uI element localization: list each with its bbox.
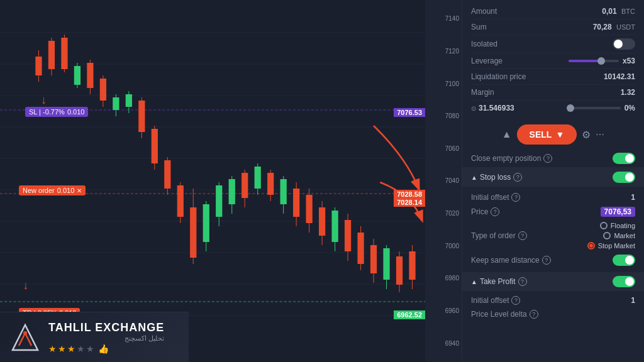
star-2: ★ — [58, 344, 66, 354]
price-tag-6962: 6962.52 — [394, 310, 425, 319]
tp-initial-offset-value: 1 — [631, 296, 635, 305]
sl-value: 0.010 — [67, 108, 85, 116]
svg-rect-52 — [280, 179, 287, 204]
take-profit-toggle[interactable] — [613, 276, 635, 287]
sl-label: SL | -0.77% 0.010 — [25, 107, 88, 117]
stop-loss-header: ▲ Stop loss ? — [462, 168, 644, 187]
svg-rect-42 — [216, 185, 222, 217]
quantity-row: ⊙ 31.546933 0% — [471, 101, 635, 116]
type-order-help[interactable]: ? — [518, 231, 527, 240]
price-7100: 7100 — [428, 80, 459, 87]
sum-row: Sum 70,28 USDT — [471, 19, 635, 35]
svg-rect-72 — [409, 251, 415, 280]
svg-rect-34 — [164, 160, 170, 189]
svg-text:↓: ↓ — [23, 279, 28, 292]
radio-market[interactable]: Market — [603, 232, 635, 239]
svg-rect-62 — [345, 220, 351, 251]
svg-rect-24 — [100, 79, 106, 101]
take-profit-help[interactable]: ? — [518, 277, 527, 286]
radio-stop-market[interactable]: Stop Market — [587, 242, 635, 250]
price-6960: 6960 — [428, 307, 459, 314]
dots-icon: ⋯ — [596, 129, 604, 140]
svg-rect-68 — [383, 248, 389, 280]
right-panel: Amount 0,01 BTC Sum 70,28 USDT Isolated … — [462, 0, 644, 362]
svg-rect-16 — [48, 41, 55, 69]
svg-rect-64 — [357, 233, 364, 264]
close-icon[interactable]: ✕ — [77, 187, 82, 194]
amount-label: Amount — [471, 7, 497, 16]
tp-price-help[interactable]: ? — [530, 310, 538, 319]
sell-button[interactable]: SELL ▼ — [517, 124, 577, 145]
currency-icon: ⊙ — [471, 105, 476, 112]
stop-loss-toggle[interactable] — [613, 172, 635, 183]
svg-rect-44 — [229, 179, 235, 204]
radio-floating-circle[interactable] — [600, 222, 608, 229]
take-profit-content: Initial offset ? 1 Price Level delta ? — [462, 291, 644, 324]
chevron-up-btn[interactable]: ▲ — [502, 129, 512, 140]
type-order-options: Floating Market Stop Market — [587, 222, 635, 250]
star-5: ★ — [86, 344, 94, 354]
radio-market-label: Market — [614, 232, 635, 239]
sum-value: 70,28 — [593, 23, 612, 31]
svg-rect-54 — [293, 189, 299, 217]
sl-price-help[interactable]: ? — [491, 207, 499, 216]
radio-stop-market-circle[interactable] — [587, 242, 595, 250]
isolated-toggle[interactable] — [613, 38, 635, 50]
svg-rect-38 — [190, 207, 196, 258]
logo-name: TAHLIL EXCHANGE — [48, 321, 164, 334]
amount-row: Amount 0,01 BTC — [471, 4, 635, 19]
star-4: ★ — [77, 344, 85, 354]
keep-distance-toggle[interactable] — [613, 255, 635, 266]
initial-offset-value: 1 — [631, 193, 635, 202]
radio-market-circle[interactable] — [603, 232, 611, 239]
svg-rect-26 — [113, 97, 119, 110]
svg-rect-50 — [267, 173, 274, 195]
svg-rect-66 — [370, 245, 377, 273]
svg-rect-14 — [35, 57, 42, 75]
chevron-down-icon: ▼ — [555, 129, 564, 140]
stop-loss-chevron[interactable]: ▲ — [471, 174, 477, 181]
initial-offset-row: Initial offset ? 1 — [471, 190, 635, 204]
price-6940: 6940 — [428, 340, 459, 347]
keep-distance-label-group: Keep same distance ? — [471, 256, 551, 265]
new-order-value: 0.010 — [57, 187, 75, 194]
stop-loss-content: Initial offset ? 1 Price ? 7076,53 Type … — [462, 187, 644, 272]
amount-section: Amount 0,01 BTC Sum 70,28 USDT Isolated … — [462, 0, 644, 119]
leverage-slider[interactable] — [569, 60, 619, 62]
take-profit-header: ▲ Take Profit ? — [462, 272, 644, 291]
close-empty-help[interactable]: ? — [543, 154, 552, 163]
chart-area: ↓ ↓ ↓ 7140 7120 7100 7080 7060 7040 7020… — [0, 0, 462, 362]
isolated-row: Isolated — [471, 35, 635, 53]
svg-marker-76 — [13, 325, 38, 350]
margin-row: Margin 1.32 — [471, 85, 635, 101]
quantity-slider-thumb[interactable] — [567, 104, 574, 112]
thumb-icon: 👍 — [98, 344, 109, 354]
stop-loss-help[interactable]: ? — [513, 173, 522, 182]
initial-offset-help[interactable]: ? — [511, 193, 520, 202]
svg-rect-22 — [87, 63, 93, 88]
settings-button[interactable]: ⚙ — [582, 129, 591, 141]
keep-distance-help[interactable]: ? — [542, 256, 551, 265]
take-profit-chevron[interactable]: ▲ — [471, 278, 477, 285]
price-7000: 7000 — [428, 243, 459, 250]
radio-floating[interactable]: Floating — [600, 222, 635, 229]
logo-area: TAHLIL EXCHANGE تحلیل اکسچنج ★ ★ ★ ★ ★ 👍 — [0, 312, 189, 362]
logo-icon — [9, 322, 41, 353]
type-order-row: Type of order ? Floating Market Stop Mar… — [471, 219, 635, 252]
leverage-slider-fill — [569, 60, 601, 62]
sl-price-label: Price — [471, 207, 488, 216]
price-7120: 7120 — [428, 48, 459, 55]
initial-offset-label: Initial offset — [471, 193, 509, 202]
close-empty-toggle[interactable] — [613, 153, 635, 164]
svg-rect-70 — [396, 256, 402, 285]
leverage-slider-thumb[interactable] — [597, 57, 605, 65]
new-order-label[interactable]: New order 0.010 ✕ — [19, 185, 86, 195]
quantity-slider[interactable] — [570, 107, 621, 109]
tp-initial-offset-help[interactable]: ? — [511, 296, 520, 305]
tp-price-label: Price Level delta — [471, 310, 527, 319]
stop-loss-label: Stop loss — [480, 173, 511, 182]
type-order-label: Type of order — [471, 231, 516, 240]
svg-rect-46 — [242, 173, 248, 198]
radio-stop-market-label: Stop Market — [598, 242, 635, 250]
price-tag-7028b: 7028.14 — [394, 198, 425, 207]
